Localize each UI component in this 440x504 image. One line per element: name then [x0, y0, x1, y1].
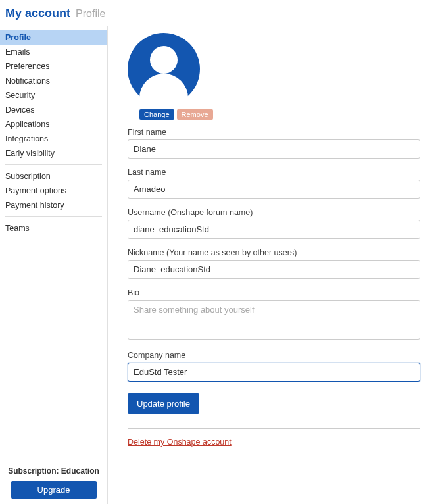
bio-input[interactable]	[128, 300, 420, 340]
divider	[128, 428, 420, 429]
sidebar-item-early-visibility[interactable]: Early visibility	[0, 146, 107, 161]
first-name-label: First name	[128, 128, 420, 137]
sidebar-item-devices[interactable]: Devices	[0, 103, 107, 117]
delete-account-link[interactable]: Delete my Onshape account	[128, 438, 232, 447]
username-label: Username (Onshape forum name)	[128, 208, 420, 217]
last-name-label: Last name	[128, 168, 420, 177]
remove-avatar-button[interactable]: Remove	[177, 109, 213, 120]
first-name-input[interactable]	[128, 139, 420, 159]
upgrade-button[interactable]: Upgrade	[11, 481, 97, 499]
subscription-label: Subscription: Education	[5, 466, 102, 476]
sidebar-item-integrations[interactable]: Integrations	[0, 132, 107, 146]
bio-label: Bio	[128, 288, 420, 297]
sidebar-item-applications[interactable]: Applications	[0, 117, 107, 132]
username-input[interactable]	[128, 220, 420, 239]
sidebar-item-payment-history[interactable]: Payment history	[0, 198, 107, 213]
sidebar-item-teams[interactable]: Teams	[0, 221, 107, 236]
company-label: Company name	[128, 351, 420, 360]
page-header: My account Profile	[0, 0, 440, 26]
nickname-label: Nickname (Your name as seen by other use…	[128, 248, 420, 257]
sidebar-footer: Subscription: Education Upgrade	[0, 461, 107, 504]
sidebar-item-notifications[interactable]: Notifications	[0, 74, 107, 88]
sidebar: ProfileEmailsPreferencesNotificationsSec…	[0, 26, 108, 504]
nickname-input[interactable]	[128, 260, 420, 279]
breadcrumb: Profile	[76, 8, 105, 20]
sidebar-item-profile[interactable]: Profile	[0, 30, 107, 45]
sidebar-divider	[5, 216, 102, 217]
sidebar-item-payment-options[interactable]: Payment options	[0, 184, 107, 198]
company-input[interactable]	[128, 363, 420, 382]
sidebar-item-security[interactable]: Security	[0, 88, 107, 103]
sidebar-divider	[5, 164, 102, 165]
sidebar-item-preferences[interactable]: Preferences	[0, 59, 107, 74]
change-avatar-button[interactable]: Change	[139, 109, 174, 120]
last-name-input[interactable]	[128, 180, 420, 199]
sidebar-item-emails[interactable]: Emails	[0, 45, 107, 59]
profile-content: Change Remove First name Last name Usern…	[108, 26, 440, 504]
page-title: My account	[5, 7, 70, 20]
update-profile-button[interactable]: Update profile	[128, 393, 199, 414]
avatar	[128, 33, 200, 105]
sidebar-item-subscription[interactable]: Subscription	[0, 169, 107, 184]
